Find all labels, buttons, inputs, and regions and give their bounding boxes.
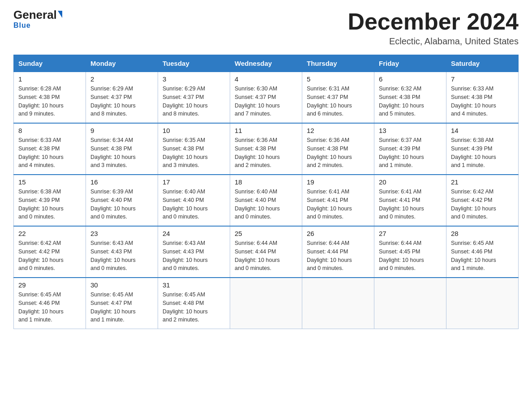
day-number: 22: [18, 230, 81, 237]
calendar-day-cell: 21Sunrise: 6:42 AMSunset: 4:42 PMDayligh…: [446, 175, 519, 226]
calendar-day-cell: 29Sunrise: 6:45 AMSunset: 4:46 PMDayligh…: [14, 278, 86, 329]
location-title: Eclectic, Alabama, United States: [348, 36, 519, 47]
calendar-day-cell: 8Sunrise: 6:33 AMSunset: 4:38 PMDaylight…: [14, 123, 86, 175]
day-number: 30: [90, 281, 153, 289]
calendar-day-cell: 1Sunrise: 6:28 AMSunset: 4:38 PMDaylight…: [14, 72, 86, 124]
calendar-day-cell: 10Sunrise: 6:35 AMSunset: 4:38 PMDayligh…: [158, 123, 230, 175]
day-info: Sunrise: 6:45 AMSunset: 4:48 PMDaylight:…: [163, 291, 225, 324]
calendar-day-cell: 31Sunrise: 6:45 AMSunset: 4:48 PMDayligh…: [158, 278, 230, 329]
day-number: 20: [379, 178, 442, 186]
calendar-week-row: 1Sunrise: 6:28 AMSunset: 4:38 PMDaylight…: [14, 72, 519, 124]
day-info: Sunrise: 6:44 AMSunset: 4:44 PMDaylight:…: [235, 239, 297, 273]
day-number: 28: [451, 230, 514, 237]
day-info: Sunrise: 6:43 AMSunset: 4:43 PMDaylight:…: [163, 239, 225, 273]
day-number: 11: [235, 127, 297, 134]
calendar-day-cell: [302, 278, 374, 329]
day-info: Sunrise: 6:41 AMSunset: 4:41 PMDaylight:…: [379, 188, 442, 221]
weekday-header-monday: Monday: [86, 55, 158, 72]
calendar-day-cell: 11Sunrise: 6:36 AMSunset: 4:38 PMDayligh…: [230, 123, 302, 175]
calendar-day-cell: 16Sunrise: 6:39 AMSunset: 4:40 PMDayligh…: [86, 175, 158, 226]
day-info: Sunrise: 6:45 AMSunset: 4:46 PMDaylight:…: [18, 291, 81, 324]
day-number: 15: [18, 178, 81, 186]
day-number: 27: [379, 230, 442, 237]
day-info: Sunrise: 6:38 AMSunset: 4:39 PMDaylight:…: [18, 188, 81, 221]
logo-text: General: [13, 9, 62, 21]
calendar-day-cell: 2Sunrise: 6:29 AMSunset: 4:37 PMDaylight…: [86, 72, 158, 124]
calendar-week-row: 22Sunrise: 6:42 AMSunset: 4:42 PMDayligh…: [14, 226, 519, 278]
day-number: 2: [90, 75, 153, 83]
day-info: Sunrise: 6:38 AMSunset: 4:39 PMDaylight:…: [451, 136, 514, 170]
calendar-day-cell: 14Sunrise: 6:38 AMSunset: 4:39 PMDayligh…: [446, 123, 519, 175]
day-info: Sunrise: 6:45 AMSunset: 4:47 PMDaylight:…: [90, 291, 153, 324]
weekday-header-tuesday: Tuesday: [158, 55, 230, 72]
calendar-day-cell: 3Sunrise: 6:29 AMSunset: 4:37 PMDaylight…: [158, 72, 230, 124]
calendar-day-cell: 12Sunrise: 6:36 AMSunset: 4:38 PMDayligh…: [302, 123, 374, 175]
weekday-header-wednesday: Wednesday: [230, 55, 302, 72]
calendar-day-cell: 5Sunrise: 6:31 AMSunset: 4:37 PMDaylight…: [302, 72, 374, 124]
day-info: Sunrise: 6:40 AMSunset: 4:40 PMDaylight:…: [235, 188, 297, 221]
calendar-day-cell: 7Sunrise: 6:33 AMSunset: 4:38 PMDaylight…: [446, 72, 519, 124]
calendar-day-cell: 23Sunrise: 6:43 AMSunset: 4:43 PMDayligh…: [86, 226, 158, 278]
calendar-day-cell: 15Sunrise: 6:38 AMSunset: 4:39 PMDayligh…: [14, 175, 86, 226]
day-info: Sunrise: 6:29 AMSunset: 4:37 PMDaylight:…: [163, 85, 225, 118]
day-number: 9: [90, 127, 153, 134]
calendar-day-cell: 20Sunrise: 6:41 AMSunset: 4:41 PMDayligh…: [374, 175, 446, 226]
day-number: 4: [235, 75, 297, 83]
day-info: Sunrise: 6:44 AMSunset: 4:44 PMDaylight:…: [307, 239, 369, 273]
day-info: Sunrise: 6:45 AMSunset: 4:46 PMDaylight:…: [451, 239, 514, 273]
calendar-table: SundayMondayTuesdayWednesdayThursdayFrid…: [13, 55, 519, 329]
day-number: 16: [90, 178, 153, 186]
weekday-header-saturday: Saturday: [446, 55, 519, 72]
day-number: 31: [163, 281, 225, 289]
calendar-week-row: 8Sunrise: 6:33 AMSunset: 4:38 PMDaylight…: [14, 123, 519, 175]
logo-triangle-icon: [58, 11, 62, 18]
day-info: Sunrise: 6:40 AMSunset: 4:40 PMDaylight:…: [163, 188, 225, 221]
day-info: Sunrise: 6:35 AMSunset: 4:38 PMDaylight:…: [163, 136, 225, 170]
weekday-header-sunday: Sunday: [14, 55, 86, 72]
day-info: Sunrise: 6:29 AMSunset: 4:37 PMDaylight:…: [90, 85, 153, 118]
calendar-day-cell: 9Sunrise: 6:34 AMSunset: 4:38 PMDaylight…: [86, 123, 158, 175]
day-number: 3: [163, 75, 225, 83]
day-number: 24: [163, 230, 225, 237]
day-number: 19: [307, 178, 369, 186]
day-number: 12: [307, 127, 369, 134]
day-info: Sunrise: 6:31 AMSunset: 4:37 PMDaylight:…: [307, 85, 369, 118]
calendar-day-cell: 19Sunrise: 6:41 AMSunset: 4:41 PMDayligh…: [302, 175, 374, 226]
calendar-day-cell: 26Sunrise: 6:44 AMSunset: 4:44 PMDayligh…: [302, 226, 374, 278]
day-info: Sunrise: 6:39 AMSunset: 4:40 PMDaylight:…: [90, 188, 153, 221]
day-info: Sunrise: 6:30 AMSunset: 4:37 PMDaylight:…: [235, 85, 297, 118]
weekday-header-thursday: Thursday: [302, 55, 374, 72]
calendar-day-cell: 30Sunrise: 6:45 AMSunset: 4:47 PMDayligh…: [86, 278, 158, 329]
day-info: Sunrise: 6:36 AMSunset: 4:38 PMDaylight:…: [235, 136, 297, 170]
day-number: 25: [235, 230, 297, 237]
calendar-week-row: 29Sunrise: 6:45 AMSunset: 4:46 PMDayligh…: [14, 278, 519, 329]
day-info: Sunrise: 6:33 AMSunset: 4:38 PMDaylight:…: [18, 136, 81, 170]
calendar-day-cell: 28Sunrise: 6:45 AMSunset: 4:46 PMDayligh…: [446, 226, 519, 278]
month-title: December 2024: [348, 9, 519, 34]
calendar-day-cell: 25Sunrise: 6:44 AMSunset: 4:44 PMDayligh…: [230, 226, 302, 278]
calendar-day-cell: [374, 278, 446, 329]
calendar-week-row: 15Sunrise: 6:38 AMSunset: 4:39 PMDayligh…: [14, 175, 519, 226]
day-number: 17: [163, 178, 225, 186]
calendar-day-cell: [230, 278, 302, 329]
day-info: Sunrise: 6:41 AMSunset: 4:41 PMDaylight:…: [307, 188, 369, 221]
day-info: Sunrise: 6:34 AMSunset: 4:38 PMDaylight:…: [90, 136, 153, 170]
day-info: Sunrise: 6:42 AMSunset: 4:42 PMDaylight:…: [451, 188, 514, 221]
calendar-day-cell: 6Sunrise: 6:32 AMSunset: 4:38 PMDaylight…: [374, 72, 446, 124]
day-info: Sunrise: 6:42 AMSunset: 4:42 PMDaylight:…: [18, 239, 81, 273]
day-number: 14: [451, 127, 514, 134]
day-number: 10: [163, 127, 225, 134]
logo: General Blue: [13, 9, 62, 30]
calendar-day-cell: 13Sunrise: 6:37 AMSunset: 4:39 PMDayligh…: [374, 123, 446, 175]
day-number: 7: [451, 75, 514, 83]
calendar-day-cell: 4Sunrise: 6:30 AMSunset: 4:37 PMDaylight…: [230, 72, 302, 124]
day-info: Sunrise: 6:32 AMSunset: 4:38 PMDaylight:…: [379, 85, 442, 118]
logo-blue-label: Blue: [13, 21, 31, 30]
day-info: Sunrise: 6:36 AMSunset: 4:38 PMDaylight:…: [307, 136, 369, 170]
title-area: December 2024 Eclectic, Alabama, United …: [348, 9, 519, 47]
calendar-day-cell: 27Sunrise: 6:44 AMSunset: 4:45 PMDayligh…: [374, 226, 446, 278]
day-info: Sunrise: 6:33 AMSunset: 4:38 PMDaylight:…: [451, 85, 514, 118]
day-info: Sunrise: 6:44 AMSunset: 4:45 PMDaylight:…: [379, 239, 442, 273]
day-number: 26: [307, 230, 369, 237]
calendar-day-cell: 17Sunrise: 6:40 AMSunset: 4:40 PMDayligh…: [158, 175, 230, 226]
